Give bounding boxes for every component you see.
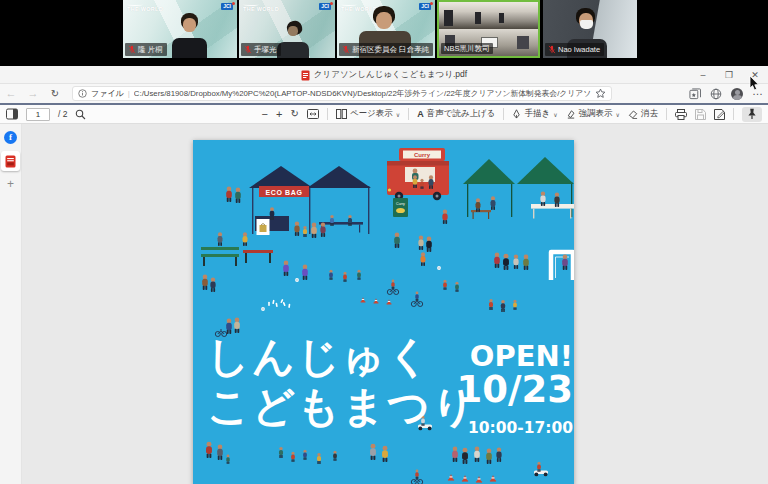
erase-button[interactable]: 消去 — [628, 108, 658, 120]
save-as-icon[interactable] — [714, 109, 725, 120]
page-view-button[interactable]: ページ表示 ∨ — [336, 108, 400, 120]
chevron-down-icon: ∨ — [616, 111, 620, 118]
collections-icon[interactable] — [689, 88, 701, 100]
curry-sign-text: Curry — [414, 152, 431, 158]
url-text: C:/Users/81908/Dropbox/My%20PC%20(LAPTOP… — [134, 88, 591, 99]
poster-title-line1: しんじゅく — [207, 332, 432, 381]
video-conference-strip: THE WORLD JCI 隆 片桐 THE WORLD JCI 手塚光 — [0, 0, 768, 66]
participant-tile-active-speaker[interactable]: NBS黒川敦司 — [437, 0, 540, 58]
pdf-file-icon — [301, 70, 310, 81]
url-scheme-label: ファイル — [91, 88, 124, 99]
fit-to-width-icon[interactable] — [307, 109, 319, 119]
refresh-button[interactable]: ↻ — [44, 89, 66, 99]
mic-muted-icon — [244, 45, 252, 54]
forward-button[interactable]: → — [22, 88, 44, 99]
mouse-cursor — [749, 76, 761, 92]
participant-tile[interactable]: THE WORLD JCI 新宿区委員会 臼倉孝純 — [337, 0, 435, 58]
poster-page: ECO BAG Curry — [193, 140, 574, 484]
eco-bag-banner-text: ECO BAG — [266, 189, 303, 196]
print-icon[interactable] — [675, 109, 687, 120]
eraser-icon — [628, 109, 638, 119]
active-pdf-app-icon[interactable] — [1, 151, 20, 171]
zoom-in-button[interactable]: + — [276, 109, 282, 120]
read-aloud-icon: A — [417, 109, 424, 119]
url-separator: | — [128, 89, 130, 98]
participant-name-tag: Nao Iwadate — [545, 43, 604, 56]
favorites-star-icon[interactable] — [595, 88, 606, 99]
address-bar[interactable]: ファイル | C:/Users/81908/Dropbox/My%20PC%20… — [72, 86, 612, 101]
pdf-viewer[interactable]: ECO BAG Curry — [22, 124, 768, 484]
draw-pen-icon — [512, 109, 521, 119]
mic-muted-icon — [128, 45, 136, 54]
read-aloud-button[interactable]: A 音声で読み上げる — [417, 108, 495, 120]
add-shortcut-button[interactable]: + — [7, 178, 14, 190]
back-button[interactable]: ← — [0, 88, 22, 99]
the-world-logo: THE WORLD — [341, 3, 377, 13]
mic-muted-icon — [342, 45, 350, 54]
screen: THE WORLD JCI 隆 片桐 THE WORLD JCI 手塚光 — [0, 0, 768, 484]
draw-button[interactable]: 手描き ∨ — [512, 108, 557, 120]
save-icon[interactable] — [695, 109, 706, 120]
page-count-label: / 2 — [58, 109, 67, 119]
thumbnail-panel-icon[interactable] — [6, 108, 18, 120]
facebook-shortcut-icon[interactable]: f — [4, 131, 17, 144]
sidebar-rail: f + — [0, 124, 22, 484]
acrobat-pdf-icon — [5, 155, 16, 168]
browser-window: クリアソンしんじゅくこどもまつり.pdf – ❐ ✕ ← → ↻ ファイル | … — [0, 66, 768, 484]
office-camera-view — [439, 2, 538, 29]
browser-content: f + — [0, 124, 768, 484]
chevron-down-icon: ∨ — [553, 111, 557, 118]
navigation-bar: ← → ↻ ファイル | C:/Users/81908/Dropbox/My%2… — [0, 84, 768, 103]
participant-name-tag: 手塚光 — [241, 43, 281, 56]
minimize-button[interactable]: – — [690, 66, 716, 84]
tab-title[interactable]: クリアソンしんじゅくこどもまつり.pdf — [0, 66, 768, 84]
profile-avatar[interactable] — [731, 88, 743, 100]
participant-tile[interactable]: Nao Iwadate — [543, 0, 637, 58]
page-view-icon — [336, 109, 347, 119]
face-mask — [580, 20, 593, 29]
pin-icon — [747, 108, 757, 120]
jci-logo: JCI — [419, 3, 431, 10]
info-icon — [78, 89, 87, 98]
rotate-icon[interactable]: ↻ — [290, 109, 298, 119]
poster-title-line2: こどもまつり — [207, 382, 477, 431]
title-bar: クリアソンしんじゅくこどもまつり.pdf – ❐ ✕ — [0, 66, 768, 84]
participant-tile[interactable]: THE WORLD JCI 手塚光 — [239, 0, 335, 58]
participant-tile[interactable]: THE WORLD JCI 隆 片桐 — [123, 0, 237, 58]
the-world-logo: THE WORLD — [243, 3, 279, 13]
search-icon[interactable] — [75, 109, 86, 120]
participant-name-tag: 新宿区委員会 臼倉孝純 — [339, 43, 433, 56]
pin-toolbar-button[interactable] — [742, 107, 762, 122]
highlighter-icon — [566, 109, 576, 119]
the-world-logo: THE WORLD — [127, 3, 163, 13]
browser-essentials-icon[interactable] — [710, 88, 722, 100]
restore-button[interactable]: ❐ — [716, 66, 742, 84]
curry-menu-text: Curry — [396, 202, 405, 206]
pdf-toolbar: / 2 − + ↻ ページ表示 ∨ A 音声で読み上げる 手描き ∨ — [0, 105, 768, 124]
page-number-input[interactable] — [26, 108, 50, 121]
jci-logo: JCI — [221, 3, 233, 10]
poster-time: 10:00-17:00 — [468, 419, 573, 437]
poster-typography: しんじゅく こどもまつり OPEN! 10/23 10:00-17:00 — [207, 332, 573, 437]
poster-date: 10/23 — [457, 368, 574, 411]
participant-name-tag: 隆 片桐 — [125, 43, 167, 56]
participant-name-tag: NBS黒川敦司 — [441, 43, 493, 55]
jci-logo: JCI — [319, 3, 331, 10]
zoom-out-button[interactable]: − — [262, 109, 268, 120]
mic-muted-icon — [548, 45, 556, 54]
highlight-button[interactable]: 強調表示 ∨ — [566, 108, 620, 120]
chevron-down-icon: ∨ — [396, 111, 400, 118]
